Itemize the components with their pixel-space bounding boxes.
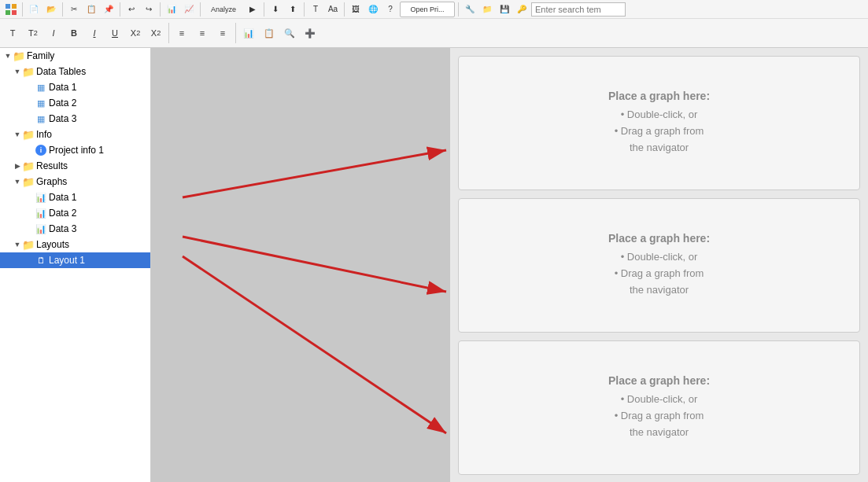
web-btn[interactable]: 🌐 xyxy=(365,2,381,17)
sep11 xyxy=(235,23,236,43)
results-folder-icon: 📁 xyxy=(22,160,35,172)
export-btn[interactable]: ⬆ xyxy=(285,2,301,17)
more-btn[interactable]: 🔍 xyxy=(280,22,299,44)
graphs-folder-icon: 📁 xyxy=(22,175,35,188)
tree-results[interactable]: ▶ 📁 Results xyxy=(0,158,150,174)
family-toggle: ▼ xyxy=(3,51,13,61)
underline-btn[interactable]: U xyxy=(105,22,124,44)
data3-toggle xyxy=(25,114,35,123)
data1-toggle xyxy=(25,83,35,92)
project-info-toggle xyxy=(25,145,35,155)
tree-graphs[interactable]: ▼ 📁 Graphs xyxy=(0,174,150,189)
tool2-btn[interactable]: 📁 xyxy=(479,2,495,17)
svg-rect-2 xyxy=(6,10,10,15)
tree-data1[interactable]: ▦ Data 1 xyxy=(0,79,150,95)
tree-graphs-data3[interactable]: 📊 Data 3 xyxy=(0,221,150,237)
layout1-icon: 🗒 xyxy=(35,254,47,267)
data-tables-folder-icon: 📁 xyxy=(22,65,35,78)
results-label: Results xyxy=(36,160,68,171)
svg-rect-1 xyxy=(12,4,17,9)
graphs-data3-toggle xyxy=(25,224,35,234)
import-btn[interactable]: ⬇ xyxy=(268,2,283,17)
help-btn[interactable]: ? xyxy=(382,2,398,17)
tree-layout1[interactable]: 🗒 Layout 1 xyxy=(0,252,150,268)
search-input[interactable] xyxy=(531,2,626,17)
italic-btn[interactable]: I xyxy=(44,22,63,44)
family-label: Family xyxy=(27,50,54,61)
graph-placeholder-1[interactable]: Place a graph here: • Double-click, or •… xyxy=(458,56,860,190)
svg-line-6 xyxy=(183,237,446,292)
toolbar: 📄 📂 ✂ 📋 📌 ↩ ↪ 📊 📈 Analyze ▶ ⬇ ⬆ T Aa 🖼 🌐… xyxy=(0,0,868,48)
data1-label: Data 1 xyxy=(49,82,76,93)
cut-btn[interactable]: ✂ xyxy=(66,2,82,17)
layouts-label: Layouts xyxy=(36,239,69,250)
paste-btn[interactable]: 📌 xyxy=(101,2,116,17)
sub-btn[interactable]: X2 xyxy=(146,22,165,44)
graph2-btn[interactable]: 📈 xyxy=(181,2,197,17)
tool4-btn[interactable]: 🔑 xyxy=(514,2,530,17)
align-center-btn[interactable]: ≡ xyxy=(193,22,212,44)
tool3-btn[interactable]: 💾 xyxy=(497,2,512,17)
tree-data3[interactable]: ▦ Data 3 xyxy=(0,111,150,127)
graphs-data1-toggle xyxy=(25,193,35,202)
content-left-panel xyxy=(151,48,450,482)
super-btn[interactable]: X2 xyxy=(126,22,145,44)
tree-graphs-data1[interactable]: 📊 Data 1 xyxy=(0,189,150,205)
graph-placeholder-2-title: Place a graph here: xyxy=(608,232,710,245)
data2-icon: ▦ xyxy=(35,97,47,109)
graph-btn[interactable]: 📊 xyxy=(164,2,179,17)
tree-graphs-data2[interactable]: 📊 Data 2 xyxy=(0,205,150,221)
align-right-btn[interactable]: ≡ xyxy=(213,22,232,44)
graph-placeholder-2[interactable]: Place a graph here: • Double-click, or •… xyxy=(458,198,860,333)
sep1 xyxy=(22,2,23,17)
tree-family[interactable]: ▼ 📁 Family xyxy=(0,48,150,64)
open-btn[interactable]: 📂 xyxy=(43,2,59,17)
app-icon[interactable] xyxy=(3,2,19,17)
arrows-svg xyxy=(151,48,450,482)
info-circle-icon: i xyxy=(35,145,46,156)
graph-placeholder-3[interactable]: Place a graph here: • Double-click, or •… xyxy=(458,340,860,475)
tool1-btn[interactable]: 🔧 xyxy=(462,2,478,17)
graphs-data1-label: Data 1 xyxy=(49,192,76,203)
layouts-folder-icon: 📁 xyxy=(22,238,35,251)
format-btn[interactable]: T xyxy=(308,2,323,17)
graphs-toggle: ▼ xyxy=(13,177,22,186)
open-project-btn[interactable]: Open Pri... xyxy=(400,2,455,17)
data-tables-toggle: ▼ xyxy=(13,67,22,76)
new-file-btn[interactable]: 📄 xyxy=(26,2,42,17)
align-left-btn[interactable]: ≡ xyxy=(172,22,191,44)
graph-placeholder-3-sub: • Double-click, or • Drag a graph from t… xyxy=(615,392,704,440)
analyze2-btn[interactable]: ▶ xyxy=(245,2,260,17)
results-toggle: ▶ xyxy=(13,161,22,171)
tree-data-tables[interactable]: ▼ 📁 Data Tables xyxy=(0,64,150,79)
add-btn[interactable]: ➕ xyxy=(301,22,319,44)
undo-btn[interactable]: ↩ xyxy=(124,2,139,17)
svg-rect-3 xyxy=(12,10,17,15)
graph-icon2-btn[interactable]: 📋 xyxy=(260,22,279,44)
graphs-data3-label: Data 3 xyxy=(49,223,76,234)
content-area: Place a graph here: • Double-click, or •… xyxy=(151,48,868,482)
graph-placeholder-1-sub: • Double-click, or • Drag a graph from t… xyxy=(615,107,704,156)
style-btn[interactable]: Aa xyxy=(325,2,341,17)
tree-project-info[interactable]: i Project info 1 xyxy=(0,142,150,158)
redo-btn[interactable]: ↪ xyxy=(141,2,157,17)
sep2 xyxy=(62,2,63,17)
graph-icon-btn[interactable]: 📊 xyxy=(239,22,258,44)
image-btn[interactable]: 🖼 xyxy=(348,2,364,17)
graphs-data2-toggle xyxy=(25,208,35,218)
italic2-btn[interactable]: I xyxy=(85,22,104,44)
graph-placeholder-3-title: Place a graph here: xyxy=(608,374,710,387)
svg-line-5 xyxy=(183,150,446,197)
sep8 xyxy=(344,2,345,17)
analyze-btn[interactable]: Analyze xyxy=(204,2,243,17)
info-label: Info xyxy=(36,129,52,140)
graph-placeholder-2-sub: • Double-click, or • Drag a graph from t… xyxy=(615,249,704,298)
tree-data2[interactable]: ▦ Data 2 xyxy=(0,95,150,111)
text-format-btn[interactable]: T xyxy=(3,22,22,44)
tree-info[interactable]: ▼ 📁 Info xyxy=(0,127,150,142)
superscript-btn[interactable]: T2 xyxy=(24,22,42,44)
data3-icon: ▦ xyxy=(35,112,47,125)
copy-btn[interactable]: 📋 xyxy=(83,2,99,17)
bold-btn[interactable]: B xyxy=(65,22,83,44)
tree-layouts[interactable]: ▼ 📁 Layouts xyxy=(0,237,150,252)
